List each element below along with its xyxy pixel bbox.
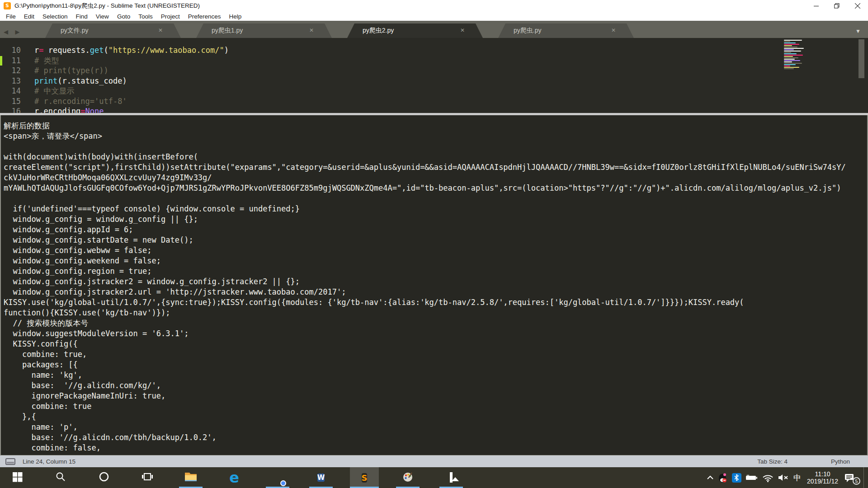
tab-close-icon[interactable]: ✕ [309,27,314,33]
cortana-taskbar-button[interactable] [90,467,118,488]
line-number: 12 [0,66,21,76]
editor-scrollbar[interactable] [859,39,864,78]
code-lines: 10r= requests.get("https://www.taobao.co… [0,45,868,113]
statusbar: Line 24, Column 15 Tab Size: 4 Python [0,455,868,467]
tab-close-icon[interactable]: ✕ [158,27,163,33]
battery-icon[interactable] [745,474,758,481]
menu-item-preferences[interactable]: Preferences [184,13,225,20]
output-line: window.g_config.webww = false; [4,245,868,256]
tab-close-icon[interactable]: ✕ [460,27,465,33]
tray-expand-icon[interactable] [707,475,714,480]
sublime-text-icon: S [362,472,368,483]
photos-taskbar-button[interactable] [437,467,466,488]
menu-item-edit[interactable]: Edit [20,13,38,20]
output-line: base: '//g.alicdn.com/tbh/backup/1.0.2', [4,432,868,443]
sublime-text-taskbar-button[interactable]: S [350,467,379,488]
output-line [4,193,868,204]
task-view-icon [142,472,153,483]
tab-4[interactable]: py爬虫.py✕ [498,23,634,38]
code-line: 11# 类型 [0,56,868,66]
output-line: window.g_config.appId = 6; [4,225,868,235]
menu-item-file[interactable]: File [2,13,20,20]
minimap-line [784,49,794,50]
action-center-icon[interactable]: 5 [844,473,859,483]
ime-indicator[interactable]: 中 [793,473,801,483]
code-editor[interactable]: 10r= requests.get("https://www.taobao.co… [0,38,868,113]
token: # print(type(r)) [34,66,108,75]
output-line: combine: true, [4,349,868,360]
word-taskbar-button[interactable]: W [307,467,335,488]
restore-button[interactable] [826,0,847,12]
edge-taskbar-button[interactable]: e [220,467,249,488]
token: "https://www.taobao.com/" [108,46,224,55]
code-line: 16r.encoding=None [0,106,868,113]
qq-icon[interactable] [718,472,728,483]
cursor-position: Line 24, Column 15 [23,458,75,465]
output-line: base: '//g.alicdn.com/kg/', [4,380,868,391]
tab-2[interactable]: py爬虫1.py✕ [196,23,332,38]
menu-item-view[interactable]: View [92,13,113,20]
tab-close-icon[interactable]: ✕ [611,27,616,33]
menu-item-goto[interactable]: Goto [113,13,134,20]
close-window-button[interactable] [847,0,868,12]
start-icon [12,471,23,484]
tab-label: py爬虫1.py [212,27,243,35]
gimp-taskbar-button[interactable] [393,467,422,488]
minimap-line [784,66,790,66]
minimap-line [784,47,797,47]
panel-toggle-icon[interactable] [5,458,15,465]
line-number: 11 [0,56,21,66]
tabbar: ◀ ▶ py文件.py✕py爬虫1.py✕py爬虫2.py✕py爬虫.py✕ ▼ [0,21,868,38]
task-view-taskbar-button[interactable] [133,467,162,488]
code-line: 13print(r.status_code) [0,76,868,86]
token: r.encoding [34,107,80,113]
minimize-icon [814,4,819,9]
output-line: function(){KISSY.use('kg/tb-nav')}); [4,308,868,318]
output-line: KISSY.config({ [4,339,868,349]
search-taskbar-button[interactable] [46,467,75,488]
gimp-icon [402,471,414,484]
tab-3[interactable]: py爬虫2.py✕ [347,23,483,38]
token: (r.status_code) [57,76,127,85]
minimap-line [784,45,792,46]
wifi-icon[interactable] [762,474,774,482]
volume-muted-icon[interactable] [778,474,789,482]
code-text: # print(type(r)) [21,66,108,76]
chrome-taskbar-button[interactable] [263,467,292,488]
minimize-button[interactable] [806,0,826,12]
statusbar-right: Tab Size: 4 Python [757,458,863,465]
output-line: window.g_config.jstracker2 = window.g_co… [4,277,868,287]
menu-item-find[interactable]: Find [72,13,92,20]
file-explorer-taskbar-button[interactable] [176,467,205,488]
output-panel[interactable]: 解析后的数据<span>亲，请登录</span>with(document)wi… [0,113,868,455]
sublime-app-icon: S [4,2,11,9]
bluetooth-icon[interactable] [732,473,741,483]
menu-item-tools[interactable]: Tools [134,13,157,20]
code-text: r= requests.get("https://www.taobao.com/… [21,45,229,56]
output-line [4,141,868,152]
modified-line-marker [0,56,2,66]
tab-size-indicator[interactable]: Tab Size: 4 [757,458,788,465]
tab-scroll-arrows-icon[interactable]: ◀ ▶ [4,28,23,35]
menu-item-selection[interactable]: Selection [38,13,72,20]
tab-overflow-dropdown-icon[interactable]: ▼ [855,28,861,34]
close-icon [855,3,860,9]
tab-1[interactable]: py文件.py✕ [45,23,181,38]
output-line: createElement("script"),firstChild))setA… [4,162,868,173]
window-controls [806,0,868,12]
minimap[interactable] [784,40,809,70]
menu-item-help[interactable]: Help [225,13,246,20]
output-line: KISSY.use('kg/global-util/1.0.7/',{sync:… [4,297,868,308]
minimap-line [784,44,799,45]
minimap-line [784,55,803,56]
line-number: 16 [0,106,21,113]
start-taskbar-button[interactable] [3,467,32,488]
show-desktop-button[interactable] [863,467,867,488]
menu-item-project[interactable]: Project [157,13,184,20]
minimap-line [784,68,794,69]
token: = [80,107,85,113]
taskbar-clock[interactable]: 11:10 2019/11/12 [805,470,840,485]
syntax-indicator[interactable]: Python [831,458,850,465]
tabs: py文件.py✕py爬虫1.py✕py爬虫2.py✕py爬虫.py✕ [45,23,649,38]
token: # 类型 [34,56,59,65]
